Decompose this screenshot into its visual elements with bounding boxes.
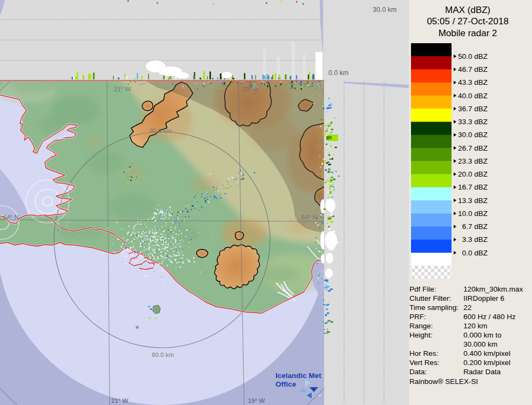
svg-text:IIRDoppler 6: IIRDoppler 6	[463, 294, 504, 302]
svg-text:120 km: 120 km	[463, 322, 487, 330]
svg-text:Rainbow® SELEX-SI: Rainbow® SELEX-SI	[409, 377, 478, 386]
svg-text:Height:: Height:	[409, 331, 433, 339]
svg-text:Time sampling:: Time sampling:	[409, 303, 459, 312]
svg-text:43.3 dBZ: 43.3 dBZ	[458, 78, 488, 86]
svg-text:50.0 dBZ: 50.0 dBZ	[458, 52, 488, 60]
svg-text:Clutter Filter:: Clutter Filter:	[409, 294, 451, 302]
svg-text:Mobile radar 2: Mobile radar 2	[439, 28, 497, 38]
svg-text:33.3 dBZ: 33.3 dBZ	[458, 118, 488, 126]
svg-text:36.7 dBZ: 36.7 dBZ	[458, 105, 488, 113]
svg-text:22: 22	[463, 303, 472, 312]
svg-text:30.000 km: 30.000 km	[463, 340, 497, 348]
svg-text:Data:: Data:	[409, 368, 427, 376]
svg-text:Radar Data: Radar Data	[463, 368, 501, 376]
svg-text:0.200 km/pixel: 0.200 km/pixel	[463, 359, 510, 367]
svg-text:16.7 dBZ: 16.7 dBZ	[458, 183, 488, 191]
svg-text:80.0 km: 80.0 km	[152, 352, 174, 358]
svg-text:120km_30km.max: 120km_30km.max	[463, 285, 523, 293]
svg-text:0.0 km: 0.0 km	[328, 69, 349, 77]
svg-text:0.000 km to: 0.000 km to	[463, 331, 502, 339]
svg-text:26.7 dBZ: 26.7 dBZ	[458, 144, 488, 152]
svg-text:Pdf File:: Pdf File:	[409, 285, 436, 293]
svg-text:40.0 dBZ: 40.0 dBZ	[458, 92, 488, 100]
svg-text:21° W: 21° W	[114, 86, 131, 92]
svg-text:64° N: 64° N	[301, 214, 317, 220]
svg-text:0.0 dBZ: 0.0 dBZ	[458, 249, 488, 257]
svg-text:46.7 dBZ: 46.7 dBZ	[458, 65, 488, 73]
svg-text:23.3 dBZ: 23.3 dBZ	[458, 157, 488, 165]
svg-text:30.0 dBZ: 30.0 dBZ	[458, 131, 488, 139]
svg-text:05:05 / 27-Oct-2018: 05:05 / 27-Oct-2018	[427, 16, 508, 26]
svg-text:Range:: Range:	[409, 322, 433, 330]
svg-text:PRF:: PRF:	[409, 313, 426, 321]
svg-text:21° W: 21° W	[111, 397, 129, 404]
svg-text:0.400 km/pixel: 0.400 km/pixel	[463, 349, 510, 357]
svg-text:20.0 dBZ: 20.0 dBZ	[458, 170, 488, 178]
svg-text:Hor Res:: Hor Res:	[409, 349, 438, 357]
svg-text:MAX (dBZ): MAX (dBZ)	[445, 5, 490, 15]
svg-text:600 Hz / 480 Hz: 600 Hz / 480 Hz	[463, 313, 516, 321]
svg-text:Icelandic Met: Icelandic Met	[275, 372, 321, 380]
svg-text:30.0 km: 30.0 km	[373, 6, 396, 14]
svg-text:13.3 dBZ: 13.3 dBZ	[458, 197, 488, 205]
svg-text:3.3 dBZ: 3.3 dBZ	[458, 235, 488, 244]
svg-text:80.0 km: 80.0 km	[150, 127, 172, 134]
svg-text:64° N: 64° N	[3, 214, 19, 220]
svg-text:Vert Res:: Vert Res:	[409, 359, 440, 367]
svg-text:6.7 dBZ: 6.7 dBZ	[458, 222, 488, 231]
svg-text:Office: Office	[275, 380, 297, 388]
svg-text:10.0 dBZ: 10.0 dBZ	[458, 210, 488, 218]
svg-text:19° W: 19° W	[248, 397, 265, 404]
